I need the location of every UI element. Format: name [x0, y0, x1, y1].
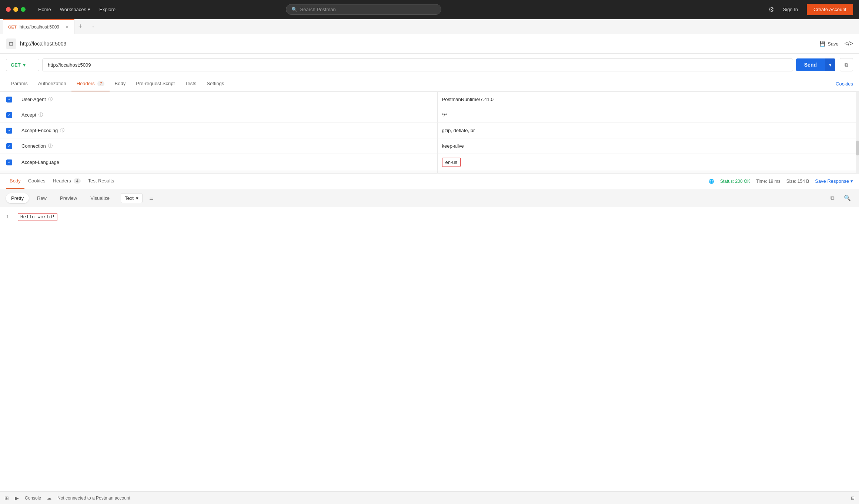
scrollbar[interactable]: [856, 92, 859, 173]
header-value-accept-encoding[interactable]: gzip, deflate, br: [438, 124, 859, 137]
create-account-button[interactable]: Create Account: [807, 4, 853, 15]
tab-method: GET: [8, 25, 17, 29]
method-label: GET: [11, 62, 21, 68]
info-icon-2[interactable]: ⓘ: [39, 112, 43, 118]
header-row-accept: ✓ Accept ⓘ */*: [0, 107, 859, 123]
new-tab-button[interactable]: +: [74, 19, 86, 34]
response-tab-cookies[interactable]: Cookies: [24, 174, 49, 189]
save-label: Save: [828, 41, 839, 47]
nav-links: Home Workspaces ▾ Explore: [34, 4, 119, 14]
header-key-connection[interactable]: Connection ⓘ: [19, 139, 437, 153]
statusbar: ⊞ ▶ Console ☁ Not connected to a Postman…: [0, 491, 859, 504]
header-row-accept-language: ✓ Accept-Language en-us: [0, 154, 859, 171]
format-icon: ⚌: [149, 195, 154, 201]
method-dropdown-icon: ▾: [23, 62, 26, 68]
maximize-button[interactable]: [21, 7, 26, 12]
format-options-button[interactable]: ⚌: [146, 192, 157, 204]
info-icon-4[interactable]: ⓘ: [48, 143, 53, 149]
minimize-button[interactable]: [13, 7, 18, 12]
response-body-content: Hello world!: [18, 213, 58, 221]
info-icon-3[interactable]: ⓘ: [60, 127, 64, 134]
cookies-link[interactable]: Cookies: [836, 81, 853, 87]
tab-settings[interactable]: Settings: [201, 76, 229, 91]
header-check-1[interactable]: ✓: [0, 97, 19, 103]
copy-response-button[interactable]: ⧉: [826, 192, 838, 204]
save-icon: 💾: [819, 41, 825, 47]
header-check-5[interactable]: ✓: [0, 159, 19, 165]
code-button[interactable]: </>: [845, 40, 853, 47]
request-tab[interactable]: GET http://localhost:5009 ✕: [3, 19, 74, 34]
tab-body[interactable]: Body: [110, 76, 131, 91]
method-select[interactable]: GET ▾: [6, 59, 39, 71]
response-status: 🌐 Status: 200 OK Time: 19 ms Size: 154 B…: [709, 178, 853, 184]
settings-icon[interactable]: ⚙: [768, 6, 774, 14]
header-value-accept-language[interactable]: en-us: [438, 154, 859, 171]
more-tabs-button[interactable]: ···: [86, 19, 98, 34]
search-icon: 🔍: [291, 7, 297, 12]
tab-tests[interactable]: Tests: [180, 76, 201, 91]
titlebar: Home Workspaces ▾ Explore 🔍 Search Postm…: [0, 0, 859, 19]
header-key-accept[interactable]: Accept ⓘ: [19, 108, 437, 122]
status-ok-label: Status: 200 OK: [720, 179, 750, 184]
header-key-accept-language[interactable]: Accept-Language: [19, 156, 437, 169]
view-preview-button[interactable]: Preview: [55, 193, 82, 203]
info-icon[interactable]: ⓘ: [48, 96, 53, 103]
header-value-accept[interactable]: */*: [438, 108, 859, 121]
response-tab-test-results[interactable]: Test Results: [84, 174, 118, 189]
nav-right: ⚙ Sign In Create Account: [768, 4, 853, 15]
nav-home[interactable]: Home: [34, 4, 55, 14]
cloud-icon: ☁: [47, 495, 51, 501]
view-raw-button[interactable]: Raw: [32, 193, 52, 203]
header-key-user-agent[interactable]: User-Agent ⓘ: [19, 93, 437, 106]
header-row-user-agent: ✓ User-Agent ⓘ PostmanRuntime/7.41.0: [0, 92, 859, 107]
format-label: Text: [125, 195, 134, 201]
nav-workspaces[interactable]: Workspaces ▾: [56, 4, 94, 14]
send-button[interactable]: Send: [796, 58, 825, 71]
console-icon[interactable]: ▶: [15, 495, 19, 501]
response-tab-body[interactable]: Body: [6, 174, 24, 189]
header-value-empty[interactable]: Value: [438, 172, 859, 173]
response-tab-headers[interactable]: Headers 4: [49, 174, 84, 189]
console-label[interactable]: Console: [25, 495, 41, 501]
close-button[interactable]: [6, 7, 11, 12]
format-select[interactable]: Text ▾: [121, 193, 143, 203]
globe-icon: 🌐: [709, 179, 714, 184]
response-panel: Body Cookies Headers 4 Test Results 🌐 St…: [0, 173, 859, 227]
header-row-accept-encoding: ✓ Accept-Encoding ⓘ gzip, deflate, br: [0, 123, 859, 138]
tab-headers[interactable]: Headers 7: [71, 76, 110, 91]
url-input[interactable]: [42, 58, 793, 71]
header-check-3[interactable]: ✓: [0, 128, 19, 134]
view-pretty-button[interactable]: Pretty: [6, 193, 29, 203]
response-headers-count: 4: [74, 178, 80, 184]
send-dropdown-button[interactable]: ▾: [825, 58, 835, 71]
tab-params[interactable]: Params: [6, 76, 33, 91]
search-bar[interactable]: 🔍 Search Postman: [286, 4, 441, 15]
header-check-2[interactable]: ✓: [0, 112, 19, 118]
nav-explore[interactable]: Explore: [96, 4, 119, 14]
layout-right-icon[interactable]: ⊟: [851, 495, 855, 501]
header-key-accept-encoding[interactable]: Accept-Encoding ⓘ: [19, 124, 437, 137]
signin-button[interactable]: Sign In: [779, 4, 802, 14]
tab-authorization[interactable]: Authorization: [33, 76, 71, 91]
tab-prerequest[interactable]: Pre-request Script: [131, 76, 180, 91]
save-response-button[interactable]: Save Response ▾: [815, 178, 853, 184]
format-dropdown-icon: ▾: [136, 195, 138, 201]
header-value-user-agent[interactable]: PostmanRuntime/7.41.0: [438, 93, 859, 106]
header-row-connection: ✓ Connection ⓘ keep-alive: [0, 138, 859, 154]
save-button[interactable]: 💾 Save: [819, 41, 839, 47]
copy-url-button[interactable]: ⧉: [840, 58, 853, 71]
response-time-label: Time: 19 ms: [756, 179, 781, 184]
layout-icon[interactable]: ⊞: [4, 495, 9, 501]
scrollbar-thumb[interactable]: [856, 141, 859, 155]
tab-close-icon[interactable]: ✕: [65, 24, 69, 30]
copy-icon: ⧉: [845, 62, 848, 68]
header-check-4[interactable]: ✓: [0, 143, 19, 149]
header-key-empty[interactable]: Key: [19, 172, 437, 173]
response-actions: ⧉ 🔍: [826, 192, 853, 204]
header-value-connection[interactable]: keep-alive: [438, 140, 859, 152]
request-tabs: Params Authorization Headers 7 Body Pre-…: [0, 76, 859, 92]
search-response-button[interactable]: 🔍: [841, 192, 853, 204]
view-visualize-button[interactable]: Visualize: [85, 193, 115, 203]
line-number: 1: [6, 214, 9, 220]
request-actions: 💾 Save </>: [819, 40, 853, 47]
